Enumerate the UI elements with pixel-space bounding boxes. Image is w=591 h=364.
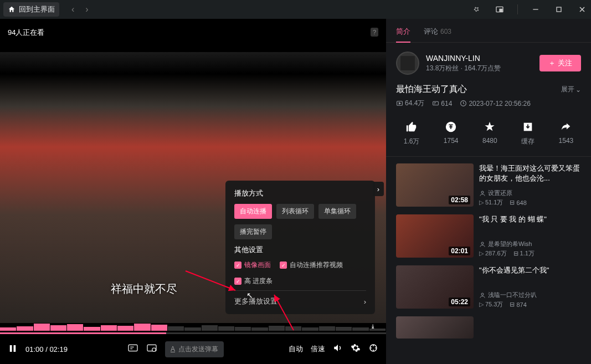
tab-intro[interactable]: 简介	[396, 27, 410, 42]
nav-forward-icon[interactable]: ›	[85, 4, 88, 14]
settings-icon[interactable]	[351, 343, 361, 355]
speed-button[interactable]: 倍速	[311, 344, 325, 354]
svg-point-22	[481, 191, 484, 193]
video-title: 最怕海王动了真心	[396, 84, 467, 95]
fullscreen-icon[interactable]	[368, 343, 378, 355]
danmu-input[interactable]: A点击发送弹幕	[165, 341, 224, 357]
danmu-toggle-icon[interactable]	[127, 344, 138, 355]
related-item[interactable]: 02:01 我 只 要 我 的 蝴 蝶 是希望的希Wish ▷ 287.6万⊟ …	[396, 214, 581, 258]
cache-button[interactable]: 缓存	[521, 120, 535, 146]
like-button[interactable]: 1.6万	[404, 120, 420, 146]
settings-popup: › 播放方式 自动连播 列表循环 单集循环 播完暂停 其他设置 ✓镜像画面 ✓自…	[225, 181, 375, 314]
pin-icon[interactable]	[471, 4, 482, 15]
subtitle: 祥福中就不尽	[111, 281, 177, 296]
viewer-count: 94人正在看	[8, 28, 44, 38]
video-stats: 64.4万 614 2023-07-12 20:56:26	[396, 99, 581, 108]
author-name[interactable]: WANJINNY-LIN	[426, 54, 533, 63]
hq-progress-checkbox[interactable]: ✓高 进度条	[234, 276, 273, 286]
sidebar: 简介 评论603 WANJINNY-LIN 13.8万粉丝 · 164.7万点赞…	[386, 19, 591, 364]
mode-pause-end[interactable]: 播完暂停	[234, 224, 272, 239]
mode-list-loop[interactable]: 列表循环	[276, 204, 314, 219]
svg-point-23	[481, 242, 484, 244]
svg-rect-8	[10, 345, 12, 352]
author-stats: 13.8万粉丝 · 164.7万点赞	[426, 64, 533, 73]
video-player[interactable]: 94人正在看 ? WANJINNY-LIN ilibili WANJINNY-L…	[0, 19, 386, 364]
close-icon[interactable]	[577, 4, 588, 15]
time-display: 01:00 / 02:19	[25, 345, 68, 353]
related-item[interactable]	[396, 316, 581, 339]
coin-button[interactable]: 1754	[444, 120, 459, 146]
svg-rect-10	[129, 345, 137, 351]
svg-rect-3	[557, 7, 561, 12]
related-item[interactable]: 05:22 你不会遇见第二个我 浅嗑一口不过分叭 ▷ 75.3万⊟ 874	[396, 265, 581, 309]
author-avatar[interactable]	[396, 52, 419, 75]
other-settings-title: 其他设置	[234, 245, 366, 255]
svg-rect-1	[500, 9, 502, 11]
svg-rect-17	[433, 101, 439, 105]
play-mode-title: 播放方式	[234, 188, 366, 198]
player-controls: 01:00 / 02:19 A点击发送弹幕 自动 倍速	[0, 334, 386, 364]
tab-comments[interactable]: 评论603	[424, 27, 451, 42]
more-settings[interactable]: 更多播放设置›	[234, 290, 366, 306]
progress-bar[interactable]: ⇥	[0, 323, 386, 334]
favorite-button[interactable]: 8480	[482, 120, 497, 146]
svg-point-24	[481, 293, 484, 295]
mode-auto-next[interactable]: 自动连播	[234, 204, 272, 219]
maximize-icon[interactable]	[553, 4, 564, 15]
auto-rec-checkbox[interactable]: ✓自动连播推荐视频	[280, 260, 343, 270]
popup-collapse-icon[interactable]: ›	[373, 182, 384, 196]
pause-button[interactable]	[8, 344, 18, 355]
share-button[interactable]: 1543	[559, 120, 574, 146]
title-bar: 回到主界面 ‹ ›	[0, 0, 591, 19]
home-button[interactable]: 回到主界面	[3, 2, 59, 17]
volume-icon[interactable]	[333, 343, 343, 355]
related-list: 02:58 我晕！海王面对这么可爱又笨蛋的女朋友，他也会沦... 设置还原 ▷ …	[386, 157, 591, 353]
minimize-icon[interactable]	[530, 4, 541, 15]
mirror-checkbox[interactable]: ✓镜像画面	[234, 260, 271, 270]
quality-button[interactable]: 自动	[289, 344, 303, 354]
nav-back-icon[interactable]: ‹	[71, 4, 74, 14]
pip-icon[interactable]	[494, 4, 505, 15]
progress-marker-icon: ⇥	[370, 324, 376, 329]
follow-button[interactable]: ＋关注	[539, 55, 581, 71]
related-item[interactable]: 02:58 我晕！海王面对这么可爱又笨蛋的女朋友，他也会沦... 设置还原 ▷ …	[396, 163, 581, 207]
danmu-settings-icon[interactable]	[146, 344, 157, 355]
help-icon[interactable]: ?	[371, 28, 378, 37]
mode-single-loop[interactable]: 单集循环	[318, 204, 356, 219]
expand-button[interactable]: 展开 ⌄	[561, 85, 581, 94]
svg-point-14	[152, 348, 156, 351]
svg-rect-9	[14, 345, 16, 352]
